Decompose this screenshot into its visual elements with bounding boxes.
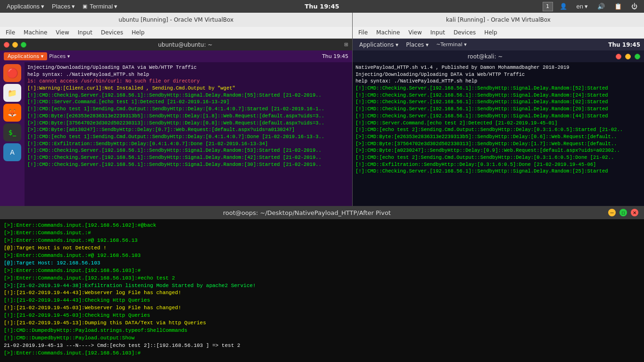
- ubuntu-app-bar: Applications ▾ Places ▾ Thu 19:45: [0, 50, 352, 62]
- language-selector[interactable]: en ▾: [574, 2, 591, 11]
- terminal-line: [>]:CMD:Byte:[a0130247]::SendbyHttp::Del…: [27, 126, 349, 133]
- bottom-terminal-output[interactable]: [>]:Enter::Commands.input.[192.168.56.10…: [0, 219, 644, 362]
- kali-menu-bar: Applications ▾ Places ▾ ~Terminal ▾ Thu …: [353, 39, 644, 50]
- notifications-icon[interactable]: 📋: [611, 2, 625, 11]
- kali-menu-devices[interactable]: Devices: [450, 28, 479, 37]
- volume-icon[interactable]: 🔊: [594, 2, 608, 11]
- bottom-max-btn[interactable]: □: [619, 209, 627, 216]
- terminal-line: [!]:CMD::DumpedbyHttp::Payload.strings.t…: [4, 327, 640, 335]
- apps-arrow-icon: ▾: [41, 3, 44, 10]
- terminal-line: [!]:Warning:[Client.curl]:Not Installed …: [27, 85, 349, 92]
- terminal-menu[interactable]: ▣ Terminal ▾: [80, 2, 120, 11]
- terminal-line: [!]:[21-02-2019.19-44-43]:Webserver log …: [4, 289, 640, 297]
- kali-menu-input[interactable]: Input: [427, 28, 449, 37]
- kali-terminal-label[interactable]: ~Terminal ▾: [433, 41, 470, 49]
- kali-vm-window: kali [Running] - Oracle VM VirtualBox Fi…: [353, 13, 644, 206]
- kali-menu-view[interactable]: View: [405, 28, 425, 37]
- workspace-indicator[interactable]: 1: [543, 2, 553, 11]
- kali-min-btn[interactable]: [625, 54, 631, 59]
- ubuntu-min-btn[interactable]: [12, 42, 18, 48]
- kali-time: Thu 19:45: [608, 41, 640, 48]
- system-bar-left: Applications ▾ Places ▾ ▣ Terminal ▾: [4, 2, 120, 11]
- terminal-line: [!]:CMD::Exfiltration::SendbyHttp::Delay…: [27, 140, 349, 148]
- terminal-arrow-icon: ▾: [114, 3, 117, 10]
- terminal-line: [>]:Enter::Commands.input.[192.168.56.10…: [4, 222, 640, 230]
- terminal-line: [!]:CMD::Checking.Server.[192.168.56.1]:…: [355, 168, 641, 175]
- terminal-line: [!]:CMD:[echo test 2]:Sending.Cmd.Output…: [355, 154, 641, 161]
- browser-icon[interactable]: 🦊: [3, 104, 21, 122]
- main-area: ubuntu [Running] - Oracle VM VirtualBox …: [0, 13, 644, 362]
- lang-label: en: [577, 3, 583, 10]
- ubuntu-close-btn[interactable]: [4, 42, 9, 48]
- terminal-line: [!]:CMD:Byte:[e26353e2836313e2239313b5]:…: [27, 113, 349, 120]
- kali-max-btn[interactable]: [635, 54, 640, 59]
- terminal-line: [>]:[21-02-2019.19-44-38]:Exfiltration l…: [4, 282, 640, 290]
- ubuntu-app-left: Applications ▾ Places ▾: [4, 52, 70, 60]
- notif-icon: 📋: [614, 3, 622, 10]
- kali-inner-content: Applications ▾ Places ▾ ~Terminal ▾ Thu …: [353, 39, 644, 206]
- ubuntu-vm-titlebar: ubuntu [Running] - Oracle VM VirtualBox: [0, 13, 352, 27]
- applications-menu[interactable]: Applications ▾: [4, 2, 47, 11]
- kali-menu-machine[interactable]: Machine: [372, 28, 404, 37]
- user-avatar-icon: 👤: [560, 3, 567, 10]
- kali-places-label[interactable]: Places ▾: [403, 41, 431, 49]
- terminal-line: [>]:Enter::Commands.input.:#: [4, 230, 640, 237]
- kali-apps-label[interactable]: Applications ▾: [356, 41, 401, 49]
- kali-terminal-output[interactable]: NativePayload_HTTP.sh v1.4 , Published b…: [353, 62, 644, 206]
- ubuntu-max-btn[interactable]: [21, 42, 26, 48]
- system-bar: Applications ▾ Places ▾ ▣ Terminal ▾ Thu…: [0, 0, 644, 13]
- ubuntu-inner-content: ubuntu@ubuntu: ~ ⊞ Applications ▾ Places…: [0, 39, 352, 206]
- workspace-number: 1: [546, 3, 549, 9]
- bottom-close-btn[interactable]: ✕: [631, 209, 638, 216]
- terminal-icon: ▣: [83, 3, 87, 9]
- ubuntu-app-right: Thu 19:45: [322, 53, 348, 59]
- ubuntu-terminal-output[interactable]: Injecting/Downloading/Uploading DATA via…: [25, 62, 352, 206]
- ubuntu-menu-devices[interactable]: Devices: [97, 28, 127, 37]
- user-icon[interactable]: 👤: [557, 2, 570, 11]
- terminal-line: [!]:CMD::Checking.Server.[192.168.56.1]:…: [27, 161, 349, 168]
- bottom-titlebar: root@oops: ~/Desktop/NativePayload_HTTP/…: [0, 206, 644, 219]
- kali-vm-titlebar: kali [Running] - Oracle VM VirtualBox: [353, 13, 644, 27]
- ubuntu-applications-btn[interactable]: Applications ▾: [4, 52, 47, 60]
- terminal-line: [!]:CMD:[echo test 1]:Sending.Cmd.Output…: [27, 106, 349, 113]
- terminal-line: Injecting/Downloading/Uploading DATA via…: [27, 64, 349, 71]
- terminal-line: [!]:CMD::Checking.Server.[192.168.56.1]:…: [355, 113, 641, 120]
- files-icon[interactable]: 📁: [3, 84, 21, 102]
- ubuntu-logo-icon[interactable]: 🔴: [3, 64, 21, 82]
- system-bar-right: 1 👤 en ▾ 🔊 📋 ⏻: [543, 2, 640, 11]
- terminal-line: [>]:Enter::Commands.input.[192.168.56.10…: [4, 350, 640, 357]
- bottom-terminal-title: root@oops: ~/Desktop/NativePayload_HTTP/…: [6, 209, 608, 216]
- ubuntu-places-btn[interactable]: Places ▾: [49, 53, 70, 59]
- ubuntu-menu-machine[interactable]: Machine: [20, 28, 51, 37]
- terminal-line: 21-02-2019.19-45-13 ---N----> Cmd:[echo …: [4, 342, 640, 350]
- terminal-line: [>]:Enter::Commands.input.:#@ 192.168.56…: [4, 237, 640, 245]
- time-display: Thu 19:45: [305, 3, 339, 10]
- terminal-line: [>]:Enter::Commands.input.:#@ 192.168.56…: [4, 252, 640, 260]
- terminal-line: [!]:CMD::DumpedbyHttp::Payload.output:Sh…: [4, 335, 640, 342]
- ubuntu-terminal-title: ubuntu@ubuntu: ~: [26, 41, 344, 48]
- ubuntu-menu-input[interactable]: Input: [74, 28, 96, 37]
- terminal-line: [@]:Target Host: 192.168.56.103: [4, 260, 640, 267]
- terminal-line: help syntax: ./NativePayload_HTTP.sh hel…: [27, 71, 349, 78]
- kali-close-btn[interactable]: [616, 54, 621, 59]
- ubuntu-menu-help[interactable]: Help: [128, 28, 148, 37]
- ubuntu-menu-view[interactable]: View: [52, 28, 73, 37]
- ubuntu-inner-time: Thu 19:45: [322, 53, 348, 59]
- terminal-line: [@]:Target Host is not Detected !: [4, 245, 640, 252]
- terminal-line: [!]:CMD:[echo test 2]:Sending.Cmd.Output…: [355, 126, 641, 133]
- kali-menu-help[interactable]: Help: [480, 28, 501, 37]
- kali-menu-file[interactable]: File: [355, 28, 372, 37]
- ubuntu-sidebar-area: 🔴 📁 🦊 $_ A Injecting/Downloading/Uploadi…: [0, 62, 352, 206]
- terminal-line: [!]:CMD::Checking.Server.[192.168.56.1]:…: [27, 147, 349, 154]
- places-menu[interactable]: Places ▾: [49, 2, 78, 11]
- text-editor-icon[interactable]: A: [3, 143, 21, 161]
- terminal-line: [!]:CMD::Checking.Server.[192.168.56.1]:…: [355, 92, 641, 99]
- terminal-sidebar-icon[interactable]: $_: [3, 123, 21, 141]
- bottom-window-controls: ─ □ ✕: [608, 209, 638, 216]
- ubuntu-vm-menu: File Machine View Input Devices Help: [0, 27, 352, 39]
- ubuntu-menu-file[interactable]: File: [2, 28, 19, 37]
- power-icon[interactable]: ⏻: [628, 2, 640, 11]
- places-label: Places: [52, 3, 70, 10]
- bottom-min-btn[interactable]: ─: [608, 209, 616, 216]
- terminal-line: [!]:CMD::Checking.Server.[192.168.56.1]:…: [27, 92, 349, 99]
